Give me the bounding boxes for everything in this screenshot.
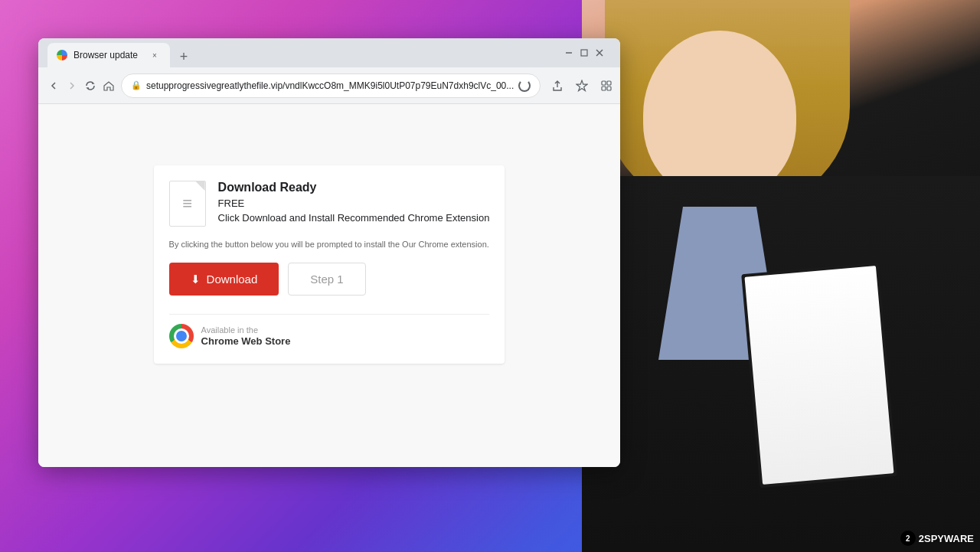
step1-button-label: Step 1 (310, 273, 343, 286)
download-info: Download Ready FREE Click Download and I… (218, 181, 490, 224)
browser-titlebar: Browser update × + (38, 38, 620, 67)
svg-rect-6 (607, 81, 611, 85)
toolbar-actions (547, 75, 620, 96)
file-icon: ≡ (169, 181, 206, 227)
extensions-button[interactable] (596, 75, 617, 96)
browser-content: ≡ Download Ready FREE Click Download and… (38, 104, 620, 467)
maximize-button[interactable] (579, 47, 590, 58)
download-ready-title: Download Ready (218, 181, 490, 194)
step1-button[interactable]: Step 1 (288, 263, 365, 296)
svg-marker-4 (577, 80, 587, 91)
share-button[interactable] (547, 75, 568, 96)
spyware-text: 2SPYWARE (919, 533, 974, 544)
home-button[interactable] (103, 75, 115, 96)
tab-close-button[interactable]: × (149, 49, 161, 61)
download-header: ≡ Download Ready FREE Click Download and… (169, 181, 490, 227)
chrome-store-text: Available in the Chrome Web Store (201, 325, 291, 348)
svg-rect-8 (607, 87, 611, 90)
minimize-button[interactable] (564, 47, 574, 58)
address-bar-loading-icon (518, 80, 531, 92)
browser-toolbar: 🔒 setupprogressivegreatlythefile.vip/vnd… (38, 67, 620, 104)
svg-rect-5 (602, 81, 606, 85)
chrome-tab-icon (57, 50, 67, 60)
tab-title: Browser update (74, 50, 138, 60)
available-in-text: Available in the (201, 325, 291, 335)
download-buttons: Download Step 1 (169, 263, 490, 296)
new-tab-button[interactable]: + (173, 46, 194, 67)
spyware-logo: 2 2SPYWARE (900, 531, 974, 546)
svg-rect-7 (602, 87, 606, 90)
download-subtitle: Click Download and Install Recommended C… (218, 212, 490, 224)
url-text: setupprogressivegreatlythefile.vip/vndlK… (146, 80, 514, 91)
lock-icon: 🔒 (131, 80, 142, 90)
close-button[interactable] (594, 47, 605, 58)
store-name-text: Chrome Web Store (201, 335, 291, 347)
spyware-logo-icon: 2 (900, 531, 916, 546)
woman-photo (582, 0, 980, 552)
chrome-store-badge: Available in the Chrome Web Store (169, 314, 490, 348)
download-card: ≡ Download Ready FREE Click Download and… (154, 165, 505, 364)
download-arrow-icon (191, 273, 201, 286)
free-label: FREE (218, 198, 490, 209)
download-button[interactable]: Download (169, 263, 279, 296)
svg-rect-1 (581, 50, 587, 56)
reload-button[interactable] (84, 75, 96, 96)
window-controls (564, 47, 605, 58)
bookmark-button[interactable] (571, 75, 593, 96)
forward-button[interactable] (66, 75, 78, 96)
chrome-logo-icon (169, 324, 194, 348)
file-icon-symbol: ≡ (182, 194, 192, 214)
browser-window: Browser update × + (38, 38, 620, 467)
spyware-watermark: 2 2SPYWARE (900, 531, 974, 546)
address-bar[interactable]: 🔒 setupprogressivegreatlythefile.vip/vnd… (121, 73, 541, 98)
back-button[interactable] (47, 75, 60, 96)
download-disclaimer: By clicking the button below you will be… (169, 239, 490, 250)
download-button-label: Download (207, 273, 258, 286)
active-tab[interactable]: Browser update × (47, 43, 170, 67)
tab-bar: Browser update × + (47, 38, 557, 67)
